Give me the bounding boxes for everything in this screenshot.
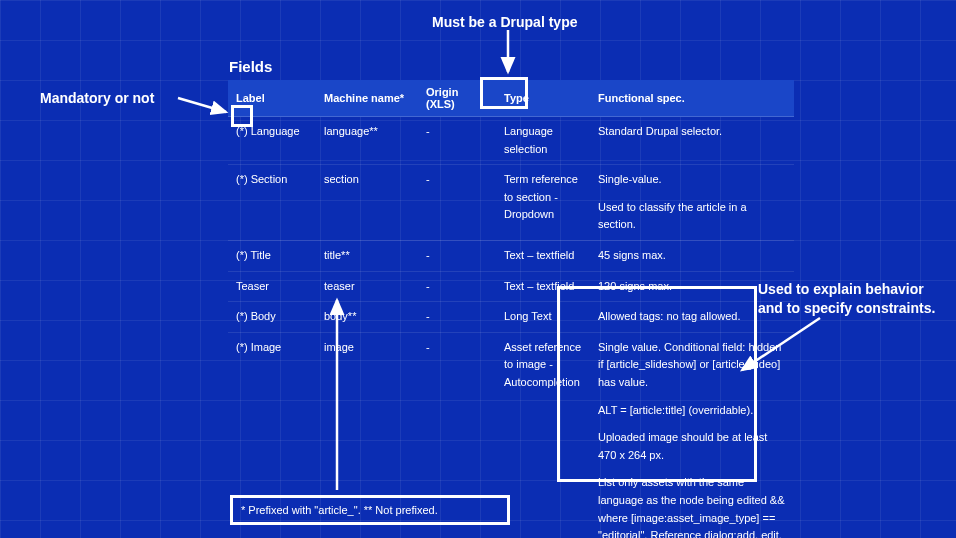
svg-line-0: [178, 98, 226, 112]
svg-line-3: [742, 318, 820, 370]
arrow-mandatory: [0, 0, 956, 538]
